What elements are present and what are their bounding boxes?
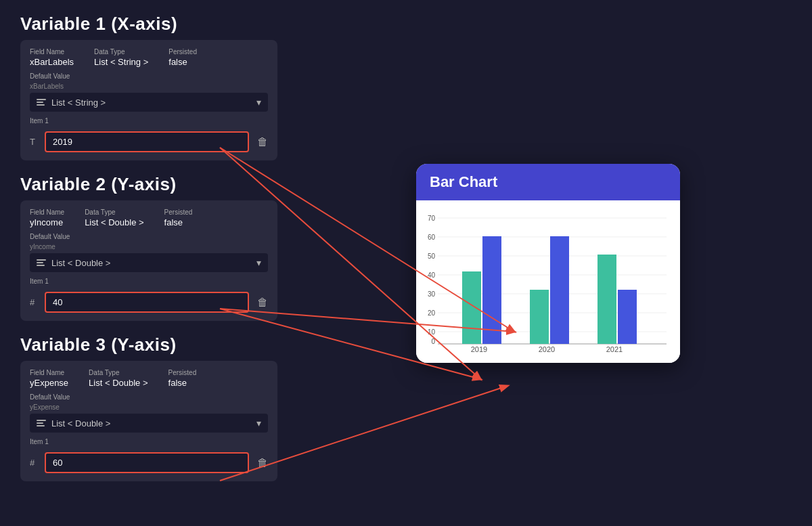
field-group-3-1: Data TypeList < Double > <box>89 369 148 388</box>
default-value-sublabel-2: yIncome <box>30 243 268 250</box>
svg-text:20: 20 <box>428 309 436 317</box>
field-value-2-0: yIncome <box>30 217 64 227</box>
item-prefix-2: # <box>30 297 39 307</box>
item-label-2: Item 1 <box>30 278 268 285</box>
chevron-icon-3: ▾ <box>256 418 261 429</box>
default-value-section-2: Default ValueyIncomeList < Double >▾ <box>30 233 268 272</box>
field-row-3: Field NameyExpenseData TypeList < Double… <box>30 369 268 388</box>
item-row-2: #🗑 <box>30 292 268 313</box>
dropdown-left-2: List < Double > <box>37 258 110 268</box>
field-group-1-1: Data TypeList < String > <box>94 48 148 67</box>
field-row-1: Field NamexBarLabelsData TypeList < Stri… <box>30 48 268 67</box>
chart-card: Bar Chart 70 60 50 40 30 20 10 0 <box>416 164 680 363</box>
field-group-2-1: Data TypeList < Double > <box>85 209 143 227</box>
item-input-1[interactable] <box>45 131 249 152</box>
bar-2019-income <box>462 271 481 344</box>
field-value-3-1: List < Double > <box>89 378 148 388</box>
variable-card-2: Field NameyIncomeData TypeList < Double … <box>20 200 277 321</box>
list-bars-icon-3 <box>37 420 46 426</box>
bar-2020-expense <box>550 236 569 344</box>
main-layout: Variable 1 (X-axis)Field NamexBarLabelsD… <box>0 0 812 526</box>
trash-icon-3[interactable]: 🗑 <box>257 457 268 469</box>
left-panel: Variable 1 (X-axis)Field NamexBarLabelsD… <box>20 14 277 512</box>
field-group-1-0: Field NamexBarLabels <box>30 48 74 67</box>
field-value-3-2: false <box>168 378 197 388</box>
field-value-2-2: false <box>164 217 193 227</box>
item-input-wrap-2 <box>45 292 249 313</box>
field-label-1-2: Persisted <box>168 48 197 56</box>
field-label-3-0: Field Name <box>30 369 68 376</box>
svg-text:10: 10 <box>428 328 436 336</box>
svg-text:0: 0 <box>431 338 435 345</box>
bar-2021-expense <box>618 290 637 344</box>
svg-text:2019: 2019 <box>471 345 487 353</box>
field-label-3-2: Persisted <box>168 369 197 376</box>
field-group-2-0: Field NameyIncome <box>30 209 64 227</box>
field-value-1-2: false <box>168 57 197 67</box>
item-input-2[interactable] <box>45 292 249 313</box>
dropdown-left-3: List < Double > <box>37 418 110 429</box>
default-value-section-1: Default ValuexBarLabelsList < String >▾ <box>30 72 268 112</box>
item-row-1: T🗑 <box>30 131 268 152</box>
default-value-label-2: Default Value <box>30 233 268 240</box>
variable-title-2: Variable 2 (Y-axis) <box>20 174 277 195</box>
field-value-3-0: yExpense <box>30 378 68 388</box>
bar-2021-income <box>597 255 616 344</box>
chart-body: 70 60 50 40 30 20 10 0 <box>416 200 680 363</box>
default-value-sublabel-3: yExpense <box>30 403 268 411</box>
variable-section-3: Variable 3 (Y-axis)Field NameyExpenseDat… <box>20 334 277 481</box>
dropdown-text-3: List < Double > <box>51 418 110 429</box>
field-label-2-1: Data Type <box>85 209 143 216</box>
field-value-2-1: List < Double > <box>85 217 143 227</box>
item-row-3: #🗑 <box>30 452 268 473</box>
item-label-1: Item 1 <box>30 117 268 125</box>
item-input-wrap-3 <box>45 452 249 473</box>
field-row-2: Field NameyIncomeData TypeList < Double … <box>30 209 268 227</box>
default-value-label-1: Default Value <box>30 72 268 80</box>
chevron-icon-1: ▾ <box>256 97 261 108</box>
dropdown-text-1: List < String > <box>51 97 106 108</box>
default-value-section-3: Default ValueyExpenseList < Double >▾ <box>30 393 268 433</box>
svg-text:30: 30 <box>428 290 436 298</box>
list-bars-icon-2 <box>37 259 46 266</box>
field-group-3-0: Field NameyExpense <box>30 369 68 388</box>
bar-2020-income <box>530 290 549 344</box>
default-value-label-3: Default Value <box>30 393 268 401</box>
field-label-2-0: Field Name <box>30 209 64 216</box>
bar-2019-expense <box>482 236 501 344</box>
item-input-wrap-1 <box>45 131 249 152</box>
field-label-1-0: Field Name <box>30 48 74 56</box>
svg-text:60: 60 <box>428 234 436 241</box>
field-label-3-1: Data Type <box>89 369 148 376</box>
field-value-1-1: List < String > <box>94 57 148 67</box>
chevron-icon-2: ▾ <box>256 257 261 268</box>
chart-header: Bar Chart <box>416 164 680 200</box>
item-prefix-1: T <box>30 137 39 147</box>
svg-text:2021: 2021 <box>606 345 623 353</box>
list-bars-icon-1 <box>37 99 46 106</box>
bar-chart-svg: 70 60 50 40 30 20 10 0 <box>423 211 673 353</box>
dropdown-2[interactable]: List < Double >▾ <box>30 253 268 272</box>
trash-icon-1[interactable]: 🗑 <box>257 136 268 148</box>
variable-card-1: Field NamexBarLabelsData TypeList < Stri… <box>20 40 277 160</box>
dropdown-left-1: List < String > <box>37 97 106 108</box>
variable-section-2: Variable 2 (Y-axis)Field NameyIncomeData… <box>20 174 277 321</box>
item-prefix-3: # <box>30 458 39 468</box>
variable-card-3: Field NameyExpenseData TypeList < Double… <box>20 361 277 481</box>
field-group-1-2: Persistedfalse <box>168 48 197 67</box>
svg-text:70: 70 <box>428 215 436 222</box>
variable-title-1: Variable 1 (X-axis) <box>20 14 277 35</box>
right-panel: Bar Chart 70 60 50 40 30 20 10 0 <box>304 14 792 512</box>
item-label-3: Item 1 <box>30 438 268 445</box>
dropdown-1[interactable]: List < String >▾ <box>30 93 268 112</box>
field-label-2-2: Persisted <box>164 209 193 216</box>
dropdown-text-2: List < Double > <box>51 258 110 268</box>
svg-text:2020: 2020 <box>539 345 555 353</box>
dropdown-3[interactable]: List < Double >▾ <box>30 414 268 433</box>
item-input-3[interactable] <box>45 452 249 473</box>
field-group-3-2: Persistedfalse <box>168 369 197 388</box>
trash-icon-2[interactable]: 🗑 <box>257 297 268 309</box>
default-value-sublabel-1: xBarLabels <box>30 83 268 90</box>
svg-text:50: 50 <box>428 253 436 260</box>
variable-section-1: Variable 1 (X-axis)Field NamexBarLabelsD… <box>20 14 277 160</box>
